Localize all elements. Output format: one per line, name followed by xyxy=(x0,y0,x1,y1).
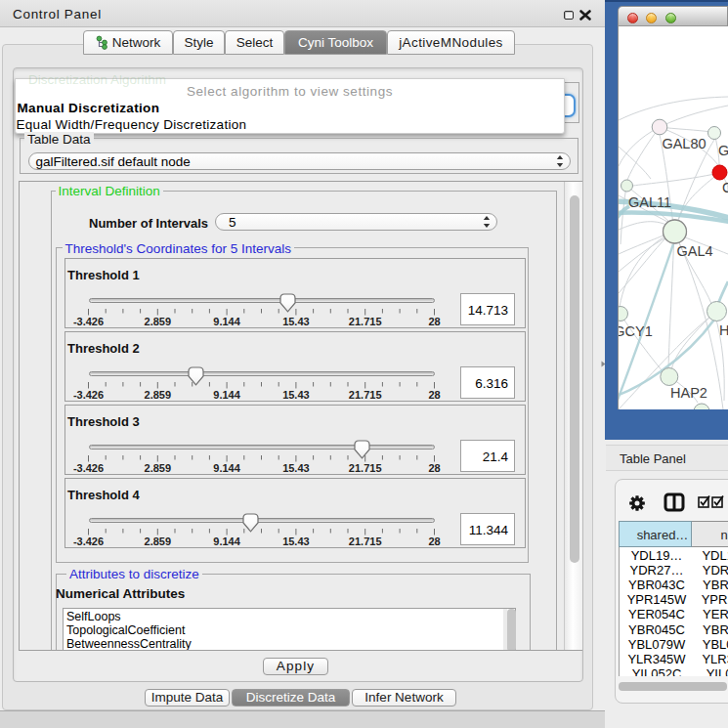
svg-text:GAL4: GAL4 xyxy=(676,243,712,259)
svg-text:HAP2: HAP2 xyxy=(670,385,707,401)
svg-text:GCY1: GCY1 xyxy=(619,323,653,339)
svg-text:GAL80: GAL80 xyxy=(662,136,706,151)
svg-text:H: H xyxy=(719,322,728,338)
svg-text:C: C xyxy=(722,180,728,195)
svg-text:GA: GA xyxy=(718,143,728,158)
svg-text:GAL11: GAL11 xyxy=(628,194,671,210)
